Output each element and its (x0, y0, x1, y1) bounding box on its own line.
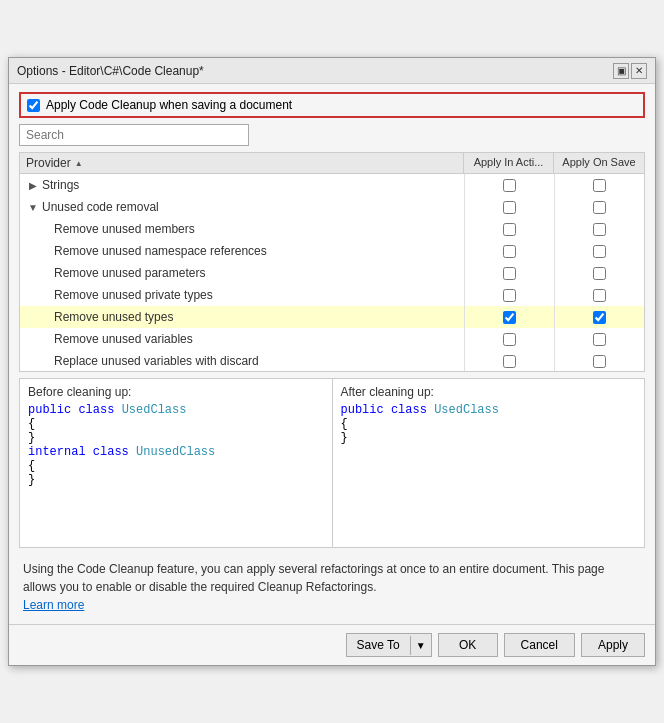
title-bar-buttons: ▣ ✕ (613, 63, 647, 79)
col-apply-on: Apply On Save (554, 153, 644, 173)
unused-private-apply-in-checkbox[interactable] (503, 289, 516, 302)
expand-icon[interactable]: ▼ (26, 202, 40, 213)
after-code-line-1: public class UsedClass (341, 403, 637, 417)
row-label-strings: Strings (42, 178, 79, 192)
discard-apply-on-checkbox[interactable] (593, 355, 606, 368)
after-code-line-2: { (341, 417, 637, 431)
ok-button[interactable]: OK (438, 633, 498, 657)
info-text: Using the Code Cleanup feature, you can … (23, 562, 604, 594)
save-to-button[interactable]: Save To ▼ (346, 633, 432, 657)
provider-table: Provider ▲ Apply In Acti... Apply On Sav… (19, 152, 645, 372)
row-label-unused-types: Remove unused types (54, 310, 173, 324)
learn-more-link[interactable]: Learn more (23, 598, 84, 612)
before-code-line-2: { (28, 417, 324, 431)
unused-members-apply-on-checkbox[interactable] (593, 223, 606, 236)
unused-types-apply-in-checkbox[interactable] (503, 311, 516, 324)
discard-apply-in-checkbox[interactable] (503, 355, 516, 368)
col-apply-in: Apply In Acti... (464, 153, 554, 173)
unused-params-apply-in-checkbox[interactable] (503, 267, 516, 280)
after-code-line-3: } (341, 431, 637, 445)
search-input[interactable] (19, 124, 249, 146)
before-code-line-6: } (28, 473, 324, 487)
after-panel: After cleaning up: public class UsedClas… (333, 379, 645, 547)
table-row: Remove unused private types (20, 284, 644, 306)
unused-private-apply-on-checkbox[interactable] (593, 289, 606, 302)
unused-ns-apply-on-checkbox[interactable] (593, 245, 606, 258)
unused-ns-apply-in-checkbox[interactable] (503, 245, 516, 258)
row-label-unused-vars: Remove unused variables (54, 332, 193, 346)
before-panel: Before cleaning up: public class UsedCla… (20, 379, 333, 547)
code-panels: Before cleaning up: public class UsedCla… (19, 378, 645, 548)
title-bar: Options - Editor\C#\Code Cleanup* ▣ ✕ (9, 58, 655, 84)
bottom-buttons: Save To ▼ OK Cancel Apply (9, 624, 655, 665)
before-code-line-1: public class UsedClass (28, 403, 324, 417)
table-row: Replace unused variables with discard (20, 350, 644, 372)
expand-icon[interactable]: ▶ (26, 180, 40, 191)
row-label-discard: Replace unused variables with discard (54, 354, 259, 368)
before-code-line-4: internal class UnusedClass (28, 445, 324, 459)
save-to-dropdown-icon[interactable]: ▼ (410, 636, 431, 655)
after-panel-title: After cleaning up: (341, 385, 637, 399)
unused-members-apply-in-checkbox[interactable] (503, 223, 516, 236)
before-code-line-5: { (28, 459, 324, 473)
table-row: ▶ Strings (20, 174, 644, 196)
table-row: Remove unused parameters (20, 262, 644, 284)
content-area: Apply Code Cleanup when saving a documen… (9, 84, 655, 624)
strings-apply-on-checkbox[interactable] (593, 179, 606, 192)
unused-types-apply-on-checkbox[interactable] (593, 311, 606, 324)
dialog-title: Options - Editor\C#\Code Cleanup* (17, 64, 204, 78)
table-row-highlighted: Remove unused types (20, 306, 644, 328)
info-area: Using the Code Cleanup feature, you can … (19, 554, 645, 616)
row-label-unused-params: Remove unused parameters (54, 266, 205, 280)
before-panel-title: Before cleaning up: (28, 385, 324, 399)
apply-on-save-row: Apply Code Cleanup when saving a documen… (19, 92, 645, 118)
close-button[interactable]: ✕ (631, 63, 647, 79)
unused-removal-apply-in-checkbox[interactable] (503, 201, 516, 214)
apply-on-save-checkbox[interactable] (27, 99, 40, 112)
before-code-line-3: } (28, 431, 324, 445)
table-header: Provider ▲ Apply In Acti... Apply On Sav… (20, 153, 644, 174)
apply-on-save-label: Apply Code Cleanup when saving a documen… (46, 98, 292, 112)
table-row: Remove unused members (20, 218, 644, 240)
apply-button[interactable]: Apply (581, 633, 645, 657)
unused-vars-apply-in-checkbox[interactable] (503, 333, 516, 346)
unused-removal-apply-on-checkbox[interactable] (593, 201, 606, 214)
row-label-unused-private: Remove unused private types (54, 288, 213, 302)
col-provider: Provider ▲ (20, 153, 464, 173)
cancel-button[interactable]: Cancel (504, 633, 575, 657)
row-label-unused-ns: Remove unused namespace references (54, 244, 267, 258)
row-label-unused-members: Remove unused members (54, 222, 195, 236)
minimize-button[interactable]: ▣ (613, 63, 629, 79)
sort-icon[interactable]: ▲ (75, 159, 83, 168)
unused-vars-apply-on-checkbox[interactable] (593, 333, 606, 346)
dialog: Options - Editor\C#\Code Cleanup* ▣ ✕ Ap… (8, 57, 656, 666)
table-row: Remove unused namespace references (20, 240, 644, 262)
table-row: ▼ Unused code removal (20, 196, 644, 218)
save-to-label: Save To (347, 634, 410, 656)
unused-params-apply-on-checkbox[interactable] (593, 267, 606, 280)
row-label-unused-removal: Unused code removal (42, 200, 159, 214)
table-row: Remove unused variables (20, 328, 644, 350)
strings-apply-in-checkbox[interactable] (503, 179, 516, 192)
